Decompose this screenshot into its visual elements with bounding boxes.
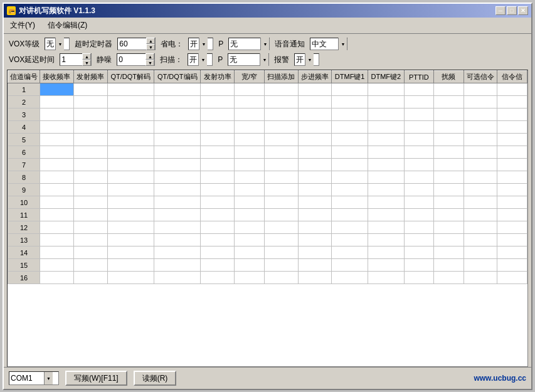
cell-8-step-freq[interactable] <box>298 171 332 184</box>
cell-10-interference[interactable] <box>434 196 463 209</box>
cell-3-optional-signal[interactable] <box>463 109 497 121</box>
cell-8-bandwidth[interactable] <box>235 171 264 184</box>
close-button[interactable]: ✕ <box>518 6 528 15</box>
vox-delay-down[interactable]: ▼ <box>82 60 91 66</box>
scan-select[interactable]: 开 关 <box>188 54 198 65</box>
write-button[interactable]: 写频(W)[F11] <box>65 371 127 386</box>
cell-16-pttid[interactable] <box>404 272 433 284</box>
vox-select-arrow[interactable]: ▼ <box>55 38 64 50</box>
cell-5-qt-dqt-encode[interactable] <box>154 134 201 146</box>
cell-14-dtmf1[interactable] <box>332 246 368 259</box>
cell-13-interference[interactable] <box>434 234 463 246</box>
cell-1-scan-add[interactable] <box>264 83 298 96</box>
cell-6-pttid[interactable] <box>404 146 433 159</box>
table-row[interactable]: 6 <box>8 146 527 159</box>
cell-1-bandwidth[interactable] <box>235 83 264 96</box>
cell-8-dtmf1[interactable] <box>332 171 368 184</box>
cell-16-dtmf2[interactable] <box>368 272 405 284</box>
cell-4-tx-freq[interactable] <box>73 121 107 134</box>
channel-table-container[interactable]: 信道编号 接收频率 发射频率 QT/DQT解码 QT/DQT编码 发射功率 宽/… <box>7 70 528 367</box>
cell-9-interference[interactable] <box>434 184 463 196</box>
p-select1-arrow[interactable]: ▼ <box>260 38 269 50</box>
cell-4-optional-signal[interactable] <box>463 121 497 134</box>
cell-2-step-freq[interactable] <box>298 96 332 109</box>
cell-6-bandwidth[interactable] <box>235 146 264 159</box>
table-row[interactable]: 11 <box>8 209 527 221</box>
cell-4-qt-dqt-decode[interactable] <box>107 121 154 134</box>
cell-9-signal-info[interactable] <box>497 184 527 196</box>
cell-14-bandwidth[interactable] <box>235 246 264 259</box>
cell-3-tx-power[interactable] <box>201 109 235 121</box>
cell-1-optional-signal[interactable] <box>463 83 497 96</box>
cell-13-scan-add[interactable] <box>264 234 298 246</box>
cell-1-rx-freq[interactable] <box>40 83 74 96</box>
cell-16-dtmf1[interactable] <box>332 272 368 284</box>
cell-15-tx-freq[interactable] <box>73 259 107 272</box>
cell-9-qt-dqt-encode[interactable] <box>154 184 201 196</box>
cell-2-qt-dqt-decode[interactable] <box>107 96 154 109</box>
cell-4-scan-add[interactable] <box>264 121 298 134</box>
cell-6-optional-signal[interactable] <box>463 146 497 159</box>
cell-14-dtmf2[interactable] <box>368 246 405 259</box>
cell-1-signal-info[interactable] <box>497 83 527 96</box>
vox-select[interactable]: 无 1 2 3 <box>45 38 55 50</box>
cell-4-qt-dqt-encode[interactable] <box>154 121 201 134</box>
cell-2-dtmf2[interactable] <box>368 96 405 109</box>
table-row[interactable]: 3 <box>8 109 527 121</box>
cell-3-signal-info[interactable] <box>497 109 527 121</box>
cell-4-rx-freq[interactable] <box>40 121 74 134</box>
cell-14-signal-info[interactable] <box>497 246 527 259</box>
cell-11-step-freq[interactable] <box>298 209 332 221</box>
cell-8-qt-dqt-encode[interactable] <box>154 171 201 184</box>
com-select-arrow[interactable]: ▼ <box>44 372 53 384</box>
cell-8-tx-freq[interactable] <box>73 171 107 184</box>
cell-7-tx-freq[interactable] <box>73 159 107 171</box>
cell-8-pttid[interactable] <box>404 171 433 184</box>
cell-12-qt-dqt-decode[interactable] <box>107 221 154 234</box>
cell-10-dtmf2[interactable] <box>368 196 405 209</box>
cell-1-dtmf1[interactable] <box>332 83 368 96</box>
cell-9-tx-power[interactable] <box>201 184 235 196</box>
cell-10-step-freq[interactable] <box>298 196 332 209</box>
cell-3-qt-dqt-encode[interactable] <box>154 109 201 121</box>
cell-12-qt-dqt-encode[interactable] <box>154 221 201 234</box>
cell-2-rx-freq[interactable] <box>40 96 74 109</box>
cell-11-dtmf2[interactable] <box>368 209 405 221</box>
cell-3-step-freq[interactable] <box>298 109 332 121</box>
cell-9-tx-freq[interactable] <box>73 184 107 196</box>
table-row[interactable]: 12 <box>8 221 527 234</box>
squelch-input[interactable] <box>117 54 146 65</box>
cell-11-tx-power[interactable] <box>201 209 235 221</box>
cell-7-dtmf1[interactable] <box>332 159 368 171</box>
cell-6-tx-power[interactable] <box>201 146 235 159</box>
cell-9-rx-freq[interactable] <box>40 184 74 196</box>
cell-5-signal-info[interactable] <box>497 134 527 146</box>
cell-9-pttid[interactable] <box>404 184 433 196</box>
cell-15-qt-dqt-encode[interactable] <box>154 259 201 272</box>
table-row[interactable]: 14 <box>8 246 527 259</box>
cell-6-rx-freq[interactable] <box>40 146 74 159</box>
cell-5-scan-add[interactable] <box>264 134 298 146</box>
alarm-select[interactable]: 开 关 <box>295 54 305 65</box>
cell-13-qt-dqt-encode[interactable] <box>154 234 201 246</box>
cell-6-qt-dqt-encode[interactable] <box>154 146 201 159</box>
cell-1-qt-dqt-decode[interactable] <box>107 83 154 96</box>
cell-2-pttid[interactable] <box>404 96 433 109</box>
cell-4-step-freq[interactable] <box>298 121 332 134</box>
cell-1-pttid[interactable] <box>404 83 433 96</box>
cell-4-dtmf1[interactable] <box>332 121 368 134</box>
squelch-down[interactable]: ▼ <box>146 60 154 66</box>
cell-4-bandwidth[interactable] <box>235 121 264 134</box>
cell-3-tx-freq[interactable] <box>73 109 107 121</box>
cell-12-dtmf1[interactable] <box>332 221 368 234</box>
cell-5-step-freq[interactable] <box>298 134 332 146</box>
cell-13-bandwidth[interactable] <box>235 234 264 246</box>
table-row[interactable]: 10 <box>8 196 527 209</box>
cell-15-rx-freq[interactable] <box>40 259 74 272</box>
cell-6-qt-dqt-decode[interactable] <box>107 146 154 159</box>
cell-14-qt-dqt-decode[interactable] <box>107 246 154 259</box>
cell-7-scan-add[interactable] <box>264 159 298 171</box>
cell-14-tx-power[interactable] <box>201 246 235 259</box>
cell-5-pttid[interactable] <box>404 134 433 146</box>
table-row[interactable]: 9 <box>8 184 527 196</box>
